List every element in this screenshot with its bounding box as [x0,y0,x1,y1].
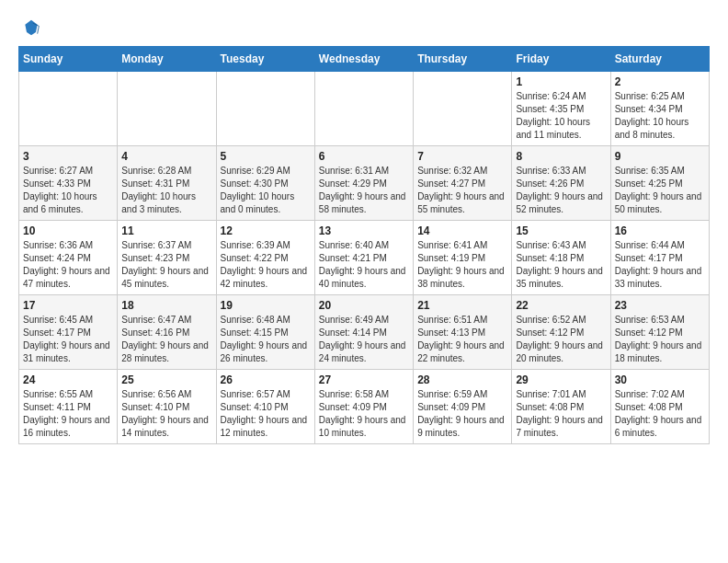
calendar-cell: 12Sunrise: 6:39 AMSunset: 4:22 PMDayligh… [216,221,314,295]
day-number: 22 [516,299,606,312]
calendar-week-row: 1Sunrise: 6:24 AMSunset: 4:35 PMDaylight… [19,72,710,146]
day-info: Sunrise: 6:40 AMSunset: 4:21 PMDaylight:… [319,239,409,291]
calendar-week-row: 3Sunrise: 6:27 AMSunset: 4:33 PMDaylight… [19,146,710,221]
weekday-header: Wednesday [314,47,413,72]
day-info: Sunrise: 6:25 AMSunset: 4:34 PMDaylight:… [615,90,705,142]
calendar-cell: 1Sunrise: 6:24 AMSunset: 4:35 PMDaylight… [512,72,610,146]
calendar-cell: 13Sunrise: 6:40 AMSunset: 4:21 PMDayligh… [314,221,413,295]
day-info: Sunrise: 6:44 AMSunset: 4:17 PMDaylight:… [615,239,705,291]
day-info: Sunrise: 7:01 AMSunset: 4:08 PMDaylight:… [516,388,606,440]
calendar-cell: 10Sunrise: 6:36 AMSunset: 4:24 PMDayligh… [19,221,118,295]
calendar-week-row: 10Sunrise: 6:36 AMSunset: 4:24 PMDayligh… [19,221,710,295]
day-info: Sunrise: 6:55 AMSunset: 4:11 PMDaylight:… [23,388,113,440]
day-number: 3 [23,150,113,163]
day-info: Sunrise: 6:24 AMSunset: 4:35 PMDaylight:… [516,90,606,142]
calendar-cell [314,72,413,146]
day-info: Sunrise: 6:57 AMSunset: 4:10 PMDaylight:… [221,388,311,440]
calendar-cell: 19Sunrise: 6:48 AMSunset: 4:15 PMDayligh… [216,295,314,370]
weekday-header: Friday [512,47,610,72]
calendar-cell: 23Sunrise: 6:53 AMSunset: 4:12 PMDayligh… [610,295,709,370]
day-number: 2 [615,75,705,88]
day-info: Sunrise: 6:37 AMSunset: 4:23 PMDaylight:… [121,239,211,291]
calendar-cell: 6Sunrise: 6:31 AMSunset: 4:29 PMDaylight… [314,146,413,221]
day-info: Sunrise: 6:39 AMSunset: 4:22 PMDaylight:… [221,239,311,291]
calendar-cell: 18Sunrise: 6:47 AMSunset: 4:16 PMDayligh… [118,295,216,370]
day-number: 1 [516,75,606,88]
calendar-week-row: 24Sunrise: 6:55 AMSunset: 4:11 PMDayligh… [19,370,710,444]
weekday-header: Thursday [414,47,512,72]
day-info: Sunrise: 6:35 AMSunset: 4:25 PMDaylight:… [615,165,705,216]
weekday-header: Tuesday [216,47,314,72]
calendar-cell [414,72,512,146]
day-number: 19 [221,299,311,312]
calendar-cell: 16Sunrise: 6:44 AMSunset: 4:17 PMDayligh… [610,221,709,295]
day-number: 29 [516,373,606,386]
day-number: 15 [516,224,606,237]
day-info: Sunrise: 6:58 AMSunset: 4:09 PMDaylight:… [319,388,409,440]
day-number: 30 [615,373,705,386]
day-number: 26 [221,373,311,386]
calendar-cell: 30Sunrise: 7:02 AMSunset: 4:08 PMDayligh… [610,370,709,444]
header [18,18,710,37]
day-number: 17 [23,299,113,312]
calendar-cell: 20Sunrise: 6:49 AMSunset: 4:14 PMDayligh… [314,295,413,370]
day-info: Sunrise: 6:47 AMSunset: 4:16 PMDaylight:… [121,314,211,365]
day-number: 8 [516,150,606,163]
day-info: Sunrise: 6:49 AMSunset: 4:14 PMDaylight:… [319,314,409,365]
calendar-table: SundayMondayTuesdayWednesdayThursdayFrid… [18,46,710,444]
calendar-cell: 15Sunrise: 6:43 AMSunset: 4:18 PMDayligh… [512,221,610,295]
day-info: Sunrise: 6:29 AMSunset: 4:30 PMDaylight:… [221,165,311,216]
day-number: 14 [417,224,507,237]
calendar-cell: 9Sunrise: 6:35 AMSunset: 4:25 PMDaylight… [610,146,709,221]
calendar-cell: 4Sunrise: 6:28 AMSunset: 4:31 PMDaylight… [118,146,216,221]
calendar-week-row: 17Sunrise: 6:45 AMSunset: 4:17 PMDayligh… [19,295,710,370]
day-info: Sunrise: 6:59 AMSunset: 4:09 PMDaylight:… [417,388,507,440]
day-info: Sunrise: 6:43 AMSunset: 4:18 PMDaylight:… [516,239,606,291]
calendar-cell: 17Sunrise: 6:45 AMSunset: 4:17 PMDayligh… [19,295,118,370]
day-number: 28 [417,373,507,386]
day-info: Sunrise: 6:32 AMSunset: 4:27 PMDaylight:… [417,165,507,216]
weekday-header: Sunday [19,47,118,72]
weekday-header: Monday [118,47,216,72]
day-info: Sunrise: 6:28 AMSunset: 4:31 PMDaylight:… [121,165,211,216]
calendar-cell: 3Sunrise: 6:27 AMSunset: 4:33 PMDaylight… [19,146,118,221]
calendar-cell: 25Sunrise: 6:56 AMSunset: 4:10 PMDayligh… [118,370,216,444]
day-number: 18 [121,299,211,312]
calendar-cell: 28Sunrise: 6:59 AMSunset: 4:09 PMDayligh… [414,370,512,444]
calendar-cell: 2Sunrise: 6:25 AMSunset: 4:34 PMDaylight… [610,72,709,146]
day-number: 11 [121,224,211,237]
calendar-cell [118,72,216,146]
day-info: Sunrise: 6:52 AMSunset: 4:12 PMDaylight:… [516,314,606,365]
calendar-cell: 7Sunrise: 6:32 AMSunset: 4:27 PMDaylight… [414,146,512,221]
calendar-cell [216,72,314,146]
day-info: Sunrise: 6:36 AMSunset: 4:24 PMDaylight:… [23,239,113,291]
day-info: Sunrise: 6:31 AMSunset: 4:29 PMDaylight:… [319,165,409,216]
day-number: 13 [319,224,409,237]
calendar-cell: 8Sunrise: 6:33 AMSunset: 4:26 PMDaylight… [512,146,610,221]
day-number: 24 [23,373,113,386]
calendar-cell: 29Sunrise: 7:01 AMSunset: 4:08 PMDayligh… [512,370,610,444]
day-number: 25 [121,373,211,386]
day-info: Sunrise: 7:02 AMSunset: 4:08 PMDaylight:… [615,388,705,440]
day-info: Sunrise: 6:33 AMSunset: 4:26 PMDaylight:… [516,165,606,216]
calendar-header-row: SundayMondayTuesdayWednesdayThursdayFrid… [19,47,710,72]
day-info: Sunrise: 6:27 AMSunset: 4:33 PMDaylight:… [23,165,113,216]
calendar-cell: 14Sunrise: 6:41 AMSunset: 4:19 PMDayligh… [414,221,512,295]
day-number: 5 [221,150,311,163]
calendar-cell: 24Sunrise: 6:55 AMSunset: 4:11 PMDayligh… [19,370,118,444]
day-number: 4 [121,150,211,163]
day-info: Sunrise: 6:45 AMSunset: 4:17 PMDaylight:… [23,314,113,365]
calendar-cell: 27Sunrise: 6:58 AMSunset: 4:09 PMDayligh… [314,370,413,444]
calendar-cell [19,72,118,146]
logo [18,18,40,37]
calendar-cell: 22Sunrise: 6:52 AMSunset: 4:12 PMDayligh… [512,295,610,370]
day-info: Sunrise: 6:48 AMSunset: 4:15 PMDaylight:… [221,314,311,365]
day-number: 7 [417,150,507,163]
calendar-cell: 5Sunrise: 6:29 AMSunset: 4:30 PMDaylight… [216,146,314,221]
logo-icon [22,18,40,37]
weekday-header: Saturday [610,47,709,72]
day-number: 10 [23,224,113,237]
day-number: 12 [221,224,311,237]
day-number: 9 [615,150,705,163]
calendar-cell: 26Sunrise: 6:57 AMSunset: 4:10 PMDayligh… [216,370,314,444]
